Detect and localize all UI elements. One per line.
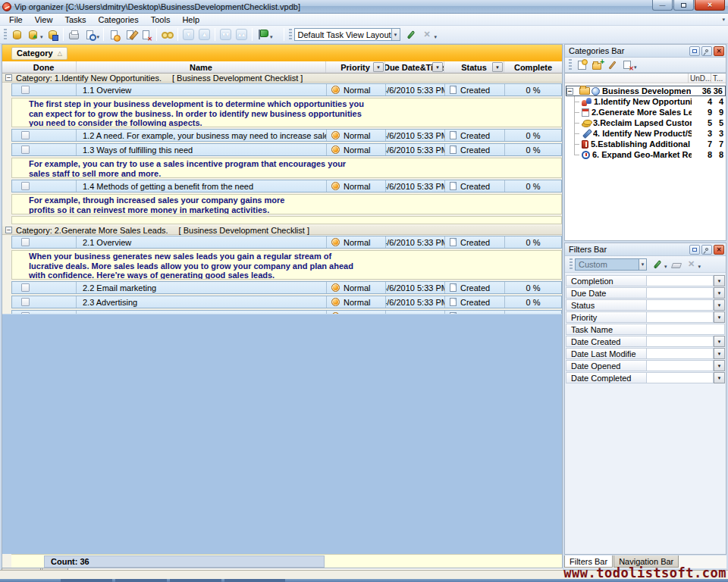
- task-row[interactable]: 1.2 A need. For example, your business m…: [11, 129, 562, 142]
- task-name-cell[interactable]: 2.1 Overview: [77, 236, 327, 248]
- menu-file[interactable]: File: [3, 14, 29, 25]
- category-item-row[interactable]: 6. Expand Geo-Market Reac88: [565, 149, 726, 160]
- menu-categories[interactable]: Categories: [93, 14, 145, 25]
- task-name-cell[interactable]: 1.4 Methods of getting a benefit from th…: [77, 180, 327, 192]
- close-button[interactable]: ✕: [695, 0, 725, 11]
- move-to-top-button[interactable]: ▲▲: [234, 27, 249, 42]
- task-row[interactable]: 2.2 Email marketingNormal4/6/2010 5:33 P…: [11, 281, 562, 294]
- filter-dropdown-icon[interactable]: ▼: [714, 360, 725, 371]
- collapse-icon[interactable]: −: [5, 227, 12, 233]
- category-item-row[interactable]: 2.Generate More Sales Lead99: [565, 107, 726, 117]
- view-notes-button[interactable]: [159, 27, 175, 42]
- toolbar-grip2[interactable]: [289, 29, 292, 41]
- menu-tasks[interactable]: Tasks: [58, 14, 92, 25]
- done-checkbox[interactable]: [21, 182, 30, 190]
- column-header-priority[interactable]: Priority ▼: [326, 61, 385, 73]
- menu-view[interactable]: View: [29, 14, 59, 25]
- new-database-button[interactable]: [9, 27, 25, 42]
- task-name-cell[interactable]: 1.3 Ways of fulfilling this need: [77, 144, 327, 155]
- filter-value-field[interactable]: [647, 275, 714, 286]
- layout-combo[interactable]: Default Task View Layout ▼: [294, 28, 400, 41]
- maximize-button[interactable]: [673, 0, 694, 11]
- apply-layout-button[interactable]: [403, 27, 419, 42]
- group-by-category-button[interactable]: Category △: [11, 47, 67, 60]
- combo-dropdown-icon[interactable]: ▼: [391, 29, 400, 40]
- filters-pin-icon[interactable]: [701, 245, 712, 255]
- clear-layout-button[interactable]: ✕: [419, 27, 435, 42]
- print-button[interactable]: [66, 27, 82, 42]
- task-name-cell[interactable]: 2.2 Email marketing: [77, 282, 327, 293]
- filter-dropdown-icon[interactable]: ▼: [714, 372, 725, 383]
- minimize-button[interactable]: —: [652, 0, 673, 11]
- delete-task-button[interactable]: [138, 27, 154, 42]
- filter-value-field[interactable]: [647, 324, 725, 335]
- filters-close-icon[interactable]: ✕: [714, 245, 724, 255]
- column-header-complete[interactable]: Complete: [504, 61, 562, 73]
- filter-value-field[interactable]: [647, 299, 714, 311]
- done-checkbox[interactable]: [21, 86, 30, 94]
- tree-column-undone[interactable]: UnD...: [688, 74, 711, 83]
- filter-dropdown-icon[interactable]: ▼: [714, 311, 725, 323]
- category-item-row[interactable]: 4. Identify New Product/Ser33: [565, 128, 726, 139]
- tree-column-total[interactable]: T...: [711, 74, 726, 83]
- column-header-due-date[interactable]: Due Date&Time ▼: [385, 61, 444, 73]
- task-name-cell[interactable]: 1.1 Overview: [77, 84, 327, 95]
- done-checkbox[interactable]: [21, 283, 30, 292]
- move-down-button[interactable]: ▼: [180, 27, 196, 42]
- tree-collapse-icon[interactable]: −: [566, 88, 573, 95]
- priority-filter-dropdown[interactable]: ▼: [373, 62, 384, 72]
- filters-toolbar-grip[interactable]: [570, 258, 573, 271]
- done-checkbox[interactable]: [21, 146, 30, 154]
- task-name-cell[interactable]: 1.2 A need. For example, your business m…: [77, 130, 327, 141]
- column-header-done[interactable]: Done: [11, 61, 77, 73]
- column-header-name[interactable]: Name: [77, 61, 326, 73]
- task-row[interactable]: 2.1 OverviewNormal4/6/2010 5:33 PMCreate…: [11, 236, 562, 249]
- delete-category-button[interactable]: [620, 58, 635, 72]
- save-database-button[interactable]: [45, 27, 61, 42]
- task-row[interactable]: 1.1 OverviewNormal4/6/2010 5:33 PMCreate…: [11, 83, 562, 96]
- filter-value-field[interactable]: [647, 336, 714, 347]
- filter-dropdown-icon[interactable]: ▼: [714, 287, 725, 299]
- column-header-status[interactable]: Status ▼: [444, 61, 504, 73]
- category-item-row[interactable]: 1.Identify New Opportunities44: [565, 96, 726, 107]
- edit-category-button[interactable]: [604, 58, 620, 72]
- new-list-button[interactable]: [574, 58, 589, 72]
- filter-dropdown-icon[interactable]: ▼: [714, 275, 725, 286]
- new-category-button[interactable]: [589, 58, 604, 72]
- done-checkbox[interactable]: [21, 238, 30, 246]
- new-task-button[interactable]: [106, 27, 122, 42]
- menu-help[interactable]: Help: [176, 14, 206, 25]
- open-database-button[interactable]: [25, 27, 41, 42]
- category-root-row[interactable]: −Business Development Chec3636: [566, 86, 726, 96]
- edit-task-button[interactable]: [122, 27, 138, 42]
- filter-preset-dropdown-icon[interactable]: ▼: [639, 259, 646, 270]
- filter-value-field[interactable]: [647, 360, 714, 371]
- task-row[interactable]: 1.3 Ways of fulfilling this needNormal4/…: [11, 143, 562, 156]
- task-name-cell[interactable]: 2.3 Advertising: [77, 296, 327, 308]
- print-preview-button[interactable]: [82, 27, 98, 42]
- apply-filter-button[interactable]: [650, 258, 665, 271]
- categories-pin-icon[interactable]: [701, 46, 712, 56]
- task-row[interactable]: 1.4 Methods of getting a benefit from th…: [11, 180, 562, 192]
- eraser-button[interactable]: [669, 258, 684, 271]
- done-checkbox[interactable]: [21, 131, 30, 139]
- filter-value-field[interactable]: [647, 372, 714, 383]
- category-item-row[interactable]: 3.Reclaim Lapsed Customers55: [565, 117, 726, 128]
- collapse-icon[interactable]: −: [5, 74, 12, 81]
- filter-preset-combo[interactable]: Custom ▼: [575, 258, 647, 271]
- categories-toolbar-grip[interactable]: [569, 59, 572, 71]
- filter-dropdown-icon[interactable]: ▼: [714, 336, 725, 347]
- filter-value-field[interactable]: [647, 348, 714, 359]
- categories-minimize-icon[interactable]: [689, 46, 700, 56]
- done-checkbox[interactable]: [21, 298, 30, 306]
- toolbar-grip[interactable]: [4, 29, 7, 41]
- filters-minimize-icon[interactable]: [689, 245, 700, 255]
- move-up-button[interactable]: ▲: [196, 27, 212, 42]
- categories-close-icon[interactable]: ✕: [714, 46, 724, 56]
- category-group-row[interactable]: −Category: 2.Generate More Sales Leads.[…: [2, 226, 562, 235]
- filter-value-field[interactable]: [647, 287, 714, 299]
- menu-tools[interactable]: Tools: [145, 14, 177, 25]
- filter-value-field[interactable]: [647, 311, 714, 323]
- move-to-bottom-button[interactable]: ▼▼: [218, 27, 234, 42]
- filter-dropdown-icon[interactable]: ▼: [714, 299, 725, 311]
